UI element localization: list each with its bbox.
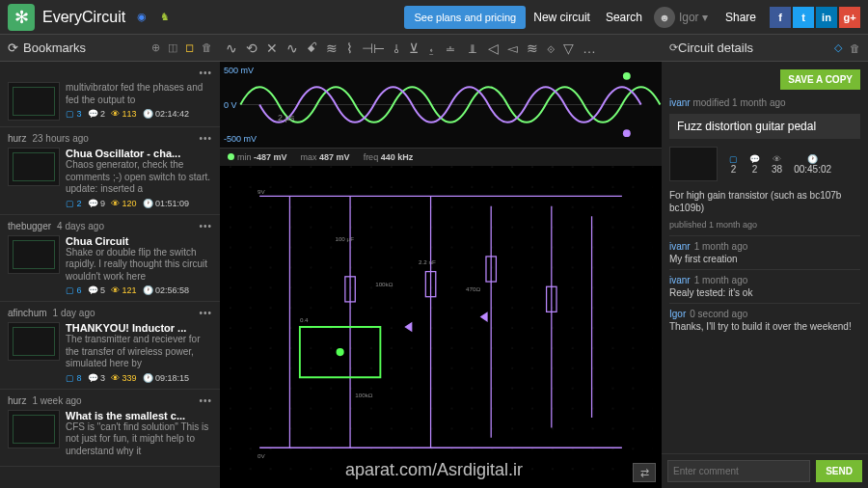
person-icon[interactable]: ◫	[168, 41, 177, 54]
tool-icon-14[interactable]: ◅	[507, 41, 518, 56]
avatar[interactable]: ☻	[654, 7, 675, 28]
new-circuit-link[interactable]: New circuit	[533, 11, 590, 24]
circuit-description: For high gain transistor (such as bc107b…	[669, 189, 860, 214]
oscilloscope[interactable]: 500 mV 0 V -500 mV 2 µs	[220, 62, 662, 149]
logo[interactable]: ✻	[8, 4, 35, 31]
svg-text:9V: 9V	[258, 188, 265, 195]
scope-label-time: 2 µs	[278, 113, 294, 122]
tool-icon-3[interactable]: ∿	[286, 41, 298, 56]
tool-icon-7[interactable]: ⊣⊢	[362, 41, 385, 56]
comment: ivanr1 month agoRealy tested: it's ok	[669, 269, 860, 303]
plans-button[interactable]: See plans and pricing	[404, 6, 526, 29]
platform-icons: ◉ ♞	[133, 9, 197, 26]
bookmark-icon[interactable]: ◻	[185, 41, 194, 54]
comment: Igor0 second agoThanks, I'll try to buil…	[669, 303, 860, 337]
globe-icon[interactable]: ⊕	[151, 41, 160, 54]
feed-post[interactable]: hurz23 hours ago••• Chua Oscillator - ch…	[0, 127, 220, 215]
swap-button[interactable]: ⇄	[633, 463, 656, 482]
refresh-icon[interactable]: ⟳	[669, 41, 678, 54]
svg-rect-4	[230, 166, 652, 488]
tool-icon-12[interactable]: ⫫	[466, 41, 479, 56]
tool-icon-16[interactable]: ⟐	[547, 41, 555, 56]
modified-meta: ivanr modified 1 month ago	[669, 97, 860, 108]
svg-text:0V: 0V	[258, 452, 265, 459]
svg-point-1	[623, 72, 631, 80]
post-thumbnail	[8, 148, 60, 186]
apple-icon[interactable]	[179, 9, 197, 26]
tool-icon-13[interactable]: ◁	[488, 41, 499, 56]
share-link[interactable]: Share	[725, 11, 756, 24]
tool-icon-6[interactable]: ⌇	[346, 41, 353, 56]
tool-icon-10[interactable]: ⍚	[427, 41, 435, 56]
svg-text:470Ω: 470Ω	[466, 285, 480, 292]
gplus-icon[interactable]: g+	[839, 7, 860, 28]
refresh-icon[interactable]: ⟳	[8, 41, 18, 55]
tool-icon-17[interactable]: ▽	[563, 41, 574, 56]
linkedin-icon[interactable]: in	[816, 7, 837, 28]
feed-post[interactable]: thebugger4 days ago••• Chua CircuitShake…	[0, 215, 220, 303]
post-thumbnail	[8, 322, 60, 361]
tool-icon-4[interactable]: ꗃ	[307, 40, 317, 56]
post-thumbnail	[8, 410, 60, 448]
tool-icon-8[interactable]: ⫰	[393, 41, 400, 56]
svg-text:100kΩ: 100kΩ	[355, 392, 373, 398]
feed-post[interactable]: hurz1 week ago••• What is the smallest c…	[0, 390, 220, 468]
tool-icon-0[interactable]: ∿	[226, 41, 237, 56]
comment: ivanr1 month agoMy first creation	[669, 235, 860, 269]
svg-text:2.2 nF: 2.2 nF	[419, 258, 436, 265]
more-icon[interactable]: •••	[199, 395, 212, 406]
bookmark-icon[interactable]: ◇	[834, 41, 842, 54]
twitter-icon[interactable]: t	[793, 7, 814, 28]
feed-post[interactable]: ••• multivibrator fed the phases and fed…	[0, 62, 220, 127]
scope-label-top: 500 mV	[224, 66, 254, 75]
svg-text:0.4: 0.4	[300, 316, 309, 323]
android-icon[interactable]: ♞	[156, 9, 174, 26]
comment-input[interactable]	[667, 460, 810, 482]
user-label[interactable]: Igor ▾	[679, 11, 708, 24]
svg-text:100kΩ: 100kΩ	[375, 281, 393, 287]
scope-label-mid: 0 V	[224, 100, 237, 110]
schematic-canvas[interactable]: 9V0V 100 µF100kΩ 2.2 nF470Ω 100kΩ0.4 ⇄	[220, 166, 662, 488]
post-thumbnail	[8, 82, 60, 121]
tool-icon-11[interactable]: ⫨	[444, 41, 457, 56]
search-link[interactable]: Search	[606, 11, 642, 24]
detail-stats: ▢2 💬2 👁38 🕐00:45:02	[729, 154, 831, 175]
tool-icon-18[interactable]: …	[583, 41, 596, 56]
svg-point-9	[337, 349, 342, 355]
trash-icon[interactable]: 🗑	[202, 41, 212, 54]
tool-icon-15[interactable]: ≋	[527, 41, 538, 56]
tool-icon-2[interactable]: ✕	[266, 41, 278, 56]
feed-post[interactable]: afinchum1 day ago••• THANKYOU! Inductor …	[0, 302, 220, 390]
readout: min -487 mV max 487 mV freq 440 kHz	[220, 149, 662, 166]
detail-thumbnail	[669, 147, 718, 181]
brand: EveryCircuit	[42, 9, 125, 26]
circuit-name: Fuzz distortion guitar pedal	[669, 114, 860, 139]
more-icon[interactable]: •••	[199, 68, 212, 78]
svg-text:100 µF: 100 µF	[335, 235, 354, 242]
scope-label-bot: -500 mV	[224, 134, 257, 144]
chrome-icon[interactable]: ◉	[133, 9, 150, 26]
more-icon[interactable]: •••	[199, 221, 212, 231]
tool-icon-9[interactable]: ⊻	[409, 41, 419, 56]
save-copy-button[interactable]: SAVE A COPY	[780, 69, 860, 90]
trash-icon[interactable]: 🗑	[850, 42, 860, 54]
tool-icon-5[interactable]: ≋	[326, 41, 338, 56]
published-meta: published 1 month ago	[669, 220, 860, 230]
svg-point-2	[623, 129, 631, 137]
rpanel-title: Circuit details	[678, 41, 834, 55]
more-icon[interactable]: •••	[199, 308, 212, 318]
tool-icon-1[interactable]: ⟲	[246, 41, 258, 56]
more-icon[interactable]: •••	[199, 133, 212, 144]
facebook-icon[interactable]: f	[770, 7, 791, 28]
send-button[interactable]: SEND	[816, 460, 862, 482]
sidebar-title: Bookmarks	[23, 41, 151, 55]
post-thumbnail	[8, 235, 60, 274]
